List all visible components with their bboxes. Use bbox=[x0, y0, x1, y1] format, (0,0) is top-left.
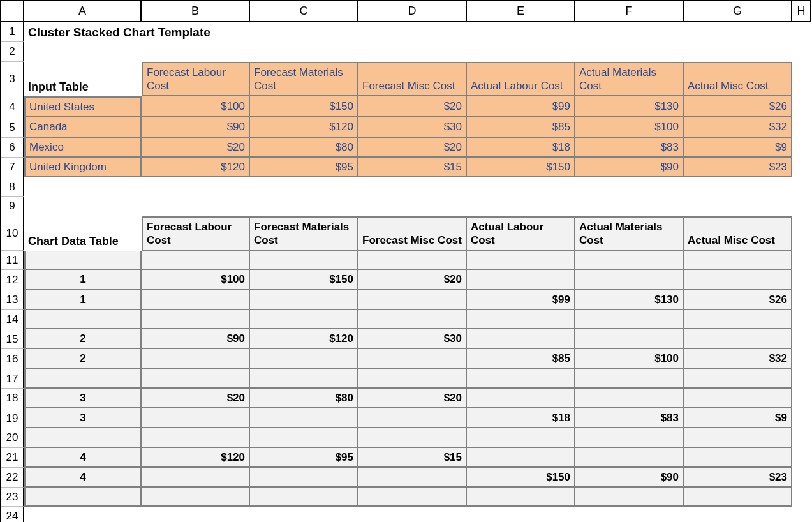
chart-cell-r11-c5[interactable]: $90 bbox=[575, 468, 684, 488]
column-header-c[interactable]: C bbox=[250, 1, 358, 22]
chart-cell-r0-c4[interactable] bbox=[467, 251, 575, 270]
chart-cell-r0-c1[interactable] bbox=[142, 251, 250, 270]
chart-cell-r6-c3[interactable] bbox=[358, 369, 467, 389]
empty-cell[interactable] bbox=[142, 177, 250, 197]
chart-cell-r2-c6[interactable]: $26 bbox=[684, 290, 792, 310]
input-cell-r0-c5[interactable]: $130 bbox=[575, 96, 684, 117]
empty-cell[interactable] bbox=[142, 507, 250, 522]
empty-cell[interactable] bbox=[792, 138, 811, 158]
chart-cell-r12-c1[interactable] bbox=[142, 488, 250, 507]
empty-cell[interactable] bbox=[792, 310, 811, 329]
chart-cell-r0-c2[interactable] bbox=[250, 251, 358, 270]
row-header-4[interactable]: 4 bbox=[1, 96, 24, 117]
chart-row-label-2[interactable]: 1 bbox=[24, 290, 142, 310]
chart-header-5[interactable]: Actual Materials Cost bbox=[575, 216, 684, 251]
empty-cell[interactable] bbox=[142, 42, 250, 61]
input-cell-r3-c1[interactable]: $120 bbox=[142, 158, 250, 177]
chart-cell-r2-c3[interactable] bbox=[358, 290, 467, 310]
chart-cell-r9-c4[interactable] bbox=[467, 428, 575, 447]
chart-row-label-7[interactable]: 3 bbox=[24, 389, 142, 408]
empty-cell[interactable] bbox=[792, 96, 811, 117]
row-header-6[interactable]: 6 bbox=[1, 138, 24, 158]
row-header-17[interactable]: 17 bbox=[1, 369, 24, 389]
chart-cell-r7-c3[interactable]: $20 bbox=[358, 389, 467, 408]
chart-cell-r9-c5[interactable] bbox=[575, 428, 684, 447]
empty-cell[interactable] bbox=[358, 177, 467, 197]
chart-cell-r6-c4[interactable] bbox=[467, 369, 575, 389]
chart-cell-r5-c5[interactable]: $100 bbox=[575, 349, 684, 369]
column-header-e[interactable]: E bbox=[467, 1, 575, 22]
input-row-name-3[interactable]: United Kingdom bbox=[24, 158, 142, 177]
chart-cell-r3-c2[interactable] bbox=[250, 310, 358, 329]
chart-cell-r10-c5[interactable] bbox=[575, 448, 684, 468]
chart-cell-r8-c1[interactable] bbox=[142, 408, 250, 428]
empty-cell[interactable] bbox=[250, 177, 358, 197]
input-cell-r1-c6[interactable]: $32 bbox=[684, 117, 792, 137]
input-cell-r2-c5[interactable]: $83 bbox=[575, 138, 684, 158]
empty-cell[interactable] bbox=[575, 42, 684, 61]
empty-cell[interactable] bbox=[792, 177, 811, 197]
chart-cell-r4-c5[interactable] bbox=[575, 329, 684, 349]
chart-cell-r2-c1[interactable] bbox=[142, 290, 250, 310]
input-cell-r3-c2[interactable]: $95 bbox=[250, 158, 358, 177]
row-header-21[interactable]: 21 bbox=[1, 448, 24, 468]
row-header-7[interactable]: 7 bbox=[1, 158, 24, 177]
chart-cell-r4-c2[interactable]: $120 bbox=[250, 329, 358, 349]
empty-cell[interactable] bbox=[792, 197, 811, 216]
input-cell-r1-c5[interactable]: $100 bbox=[575, 117, 684, 137]
chart-cell-r3-c1[interactable] bbox=[142, 310, 250, 329]
chart-cell-r12-c5[interactable] bbox=[575, 488, 684, 507]
input-cell-r0-c3[interactable]: $20 bbox=[358, 96, 467, 117]
column-header-b[interactable]: B bbox=[142, 1, 250, 22]
chart-cell-r1-c4[interactable] bbox=[467, 270, 575, 290]
input-cell-r0-c6[interactable]: $26 bbox=[684, 96, 792, 117]
input-row-name-1[interactable]: Canada bbox=[24, 117, 142, 137]
empty-cell[interactable] bbox=[24, 197, 142, 216]
chart-row-label-8[interactable]: 3 bbox=[24, 408, 142, 428]
select-all-corner[interactable] bbox=[1, 1, 24, 22]
input-cell-r0-c1[interactable]: $100 bbox=[142, 96, 250, 117]
input-cell-r0-c4[interactable]: $99 bbox=[467, 96, 575, 117]
chart-cell-r10-c4[interactable] bbox=[467, 448, 575, 468]
chart-cell-r12-c3[interactable] bbox=[358, 488, 467, 507]
row-header-2[interactable]: 2 bbox=[1, 42, 24, 61]
row-header-5[interactable]: 5 bbox=[1, 117, 24, 137]
input-cell-r0-c2[interactable]: $150 bbox=[250, 96, 358, 117]
chart-cell-r6-c6[interactable] bbox=[684, 369, 792, 389]
empty-cell[interactable] bbox=[467, 42, 575, 61]
row-header-8[interactable]: 8 bbox=[1, 177, 24, 197]
chart-cell-r10-c3[interactable]: $15 bbox=[358, 448, 467, 468]
chart-cell-r2-c2[interactable] bbox=[250, 290, 358, 310]
chart-row-label-6[interactable] bbox=[24, 369, 142, 389]
chart-row-label-0[interactable] bbox=[24, 251, 142, 270]
empty-cell[interactable] bbox=[684, 177, 792, 197]
chart-cell-r5-c1[interactable] bbox=[142, 349, 250, 369]
input-row-name-2[interactable]: Mexico bbox=[24, 138, 142, 158]
empty-cell[interactable] bbox=[575, 197, 684, 216]
chart-header-3[interactable]: Forecast Misc Cost bbox=[358, 216, 467, 251]
chart-cell-r8-c3[interactable] bbox=[358, 408, 467, 428]
chart-row-label-5[interactable]: 2 bbox=[24, 349, 142, 369]
input-cell-r2-c4[interactable]: $18 bbox=[467, 138, 575, 158]
chart-cell-r11-c2[interactable] bbox=[250, 468, 358, 488]
empty-cell[interactable] bbox=[792, 507, 811, 522]
empty-cell[interactable] bbox=[358, 42, 467, 61]
row-header-23[interactable]: 23 bbox=[1, 488, 24, 507]
row-header-19[interactable]: 19 bbox=[1, 408, 24, 428]
chart-cell-r1-c2[interactable]: $150 bbox=[250, 270, 358, 290]
chart-cell-r11-c6[interactable]: $23 bbox=[684, 468, 792, 488]
input-header-4[interactable]: Actual Labour Cost bbox=[467, 62, 575, 97]
input-header-2[interactable]: Forecast Materials Cost bbox=[250, 62, 358, 97]
chart-cell-r3-c4[interactable] bbox=[467, 310, 575, 329]
chart-row-label-1[interactable]: 1 bbox=[24, 270, 142, 290]
chart-cell-r10-c6[interactable] bbox=[684, 448, 792, 468]
chart-cell-r11-c4[interactable]: $150 bbox=[467, 468, 575, 488]
empty-cell[interactable] bbox=[24, 42, 142, 61]
input-cell-r1-c3[interactable]: $30 bbox=[358, 117, 467, 137]
empty-cell[interactable] bbox=[142, 197, 250, 216]
chart-cell-r4-c4[interactable] bbox=[467, 329, 575, 349]
empty-cell[interactable] bbox=[250, 197, 358, 216]
empty-cell[interactable] bbox=[467, 177, 575, 197]
empty-cell[interactable] bbox=[684, 507, 792, 522]
chart-cell-r7-c1[interactable]: $20 bbox=[142, 389, 250, 408]
